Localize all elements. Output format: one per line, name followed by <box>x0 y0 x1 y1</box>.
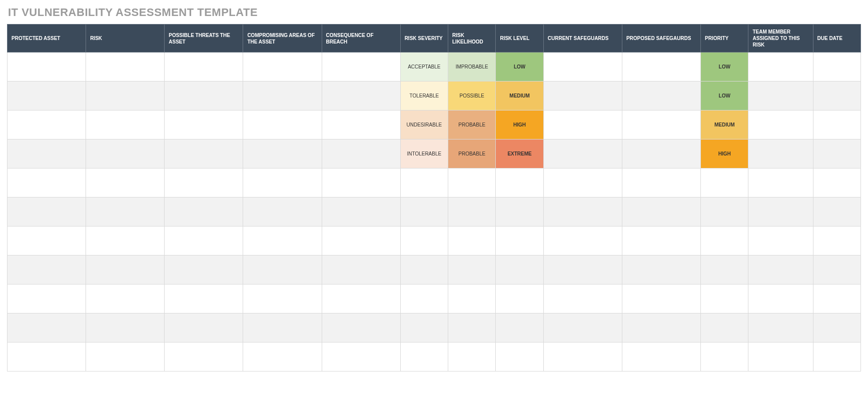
cell[interactable] <box>322 110 400 140</box>
cell[interactable] <box>496 342 543 372</box>
cell[interactable] <box>165 52 243 82</box>
cell[interactable] <box>243 226 322 256</box>
cell[interactable] <box>748 284 813 314</box>
cell[interactable] <box>813 226 861 256</box>
cell[interactable] <box>622 140 700 168</box>
cell[interactable] <box>86 198 165 226</box>
cell[interactable] <box>622 226 700 256</box>
cell[interactable] <box>400 314 448 342</box>
cell[interactable] <box>165 168 243 198</box>
cell[interactable] <box>8 52 86 82</box>
cell[interactable] <box>701 226 748 256</box>
cell[interactable] <box>86 110 165 140</box>
cell[interactable] <box>748 342 813 372</box>
risk-likelihood-cell[interactable]: PROBABLE <box>448 110 496 140</box>
cell[interactable] <box>813 140 861 168</box>
cell[interactable] <box>400 226 448 256</box>
cell[interactable] <box>543 198 622 226</box>
cell[interactable] <box>813 198 861 226</box>
cell[interactable] <box>622 284 700 314</box>
cell[interactable] <box>165 198 243 226</box>
cell[interactable] <box>86 140 165 168</box>
cell[interactable] <box>496 314 543 342</box>
cell[interactable] <box>496 198 543 226</box>
risk-level-cell[interactable]: MEDIUM <box>496 82 543 110</box>
cell[interactable] <box>400 284 448 314</box>
cell[interactable] <box>813 82 861 110</box>
cell[interactable] <box>8 82 86 110</box>
cell[interactable] <box>86 226 165 256</box>
cell[interactable] <box>243 342 322 372</box>
cell[interactable] <box>86 342 165 372</box>
cell[interactable] <box>701 314 748 342</box>
cell[interactable] <box>701 198 748 226</box>
cell[interactable] <box>748 140 813 168</box>
risk-severity-cell[interactable]: TOLERABLE <box>400 82 448 110</box>
risk-level-cell[interactable]: EXTREME <box>496 140 543 168</box>
cell[interactable] <box>322 256 400 284</box>
cell[interactable] <box>322 52 400 82</box>
cell[interactable] <box>322 168 400 198</box>
cell[interactable] <box>622 52 700 82</box>
cell[interactable] <box>322 140 400 168</box>
cell[interactable] <box>8 198 86 226</box>
cell[interactable] <box>322 342 400 372</box>
cell[interactable] <box>813 110 861 140</box>
cell[interactable] <box>400 342 448 372</box>
cell[interactable] <box>86 314 165 342</box>
cell[interactable] <box>322 82 400 110</box>
cell[interactable] <box>622 168 700 198</box>
cell[interactable] <box>322 198 400 226</box>
cell[interactable] <box>748 82 813 110</box>
cell[interactable] <box>243 198 322 226</box>
cell[interactable] <box>496 168 543 198</box>
cell[interactable] <box>8 226 86 256</box>
cell[interactable] <box>622 110 700 140</box>
priority-cell[interactable]: LOW <box>701 52 748 82</box>
cell[interactable] <box>165 314 243 342</box>
cell[interactable] <box>496 256 543 284</box>
cell[interactable] <box>543 284 622 314</box>
cell[interactable] <box>165 110 243 140</box>
cell[interactable] <box>243 256 322 284</box>
cell[interactable] <box>86 284 165 314</box>
priority-cell[interactable]: MEDIUM <box>701 110 748 140</box>
risk-likelihood-cell[interactable]: PROBABLE <box>448 140 496 168</box>
cell[interactable] <box>543 168 622 198</box>
cell[interactable] <box>243 52 322 82</box>
risk-level-cell[interactable]: HIGH <box>496 110 543 140</box>
cell[interactable] <box>8 110 86 140</box>
cell[interactable] <box>496 284 543 314</box>
cell[interactable] <box>543 52 622 82</box>
cell[interactable] <box>748 198 813 226</box>
cell[interactable] <box>243 82 322 110</box>
cell[interactable] <box>86 82 165 110</box>
cell[interactable] <box>622 198 700 226</box>
cell[interactable] <box>622 82 700 110</box>
cell[interactable] <box>243 314 322 342</box>
cell[interactable] <box>8 342 86 372</box>
cell[interactable] <box>543 110 622 140</box>
cell[interactable] <box>165 140 243 168</box>
cell[interactable] <box>813 342 861 372</box>
cell[interactable] <box>448 342 496 372</box>
cell[interactable] <box>8 314 86 342</box>
cell[interactable] <box>701 342 748 372</box>
cell[interactable] <box>8 168 86 198</box>
cell[interactable] <box>448 314 496 342</box>
cell[interactable] <box>322 226 400 256</box>
cell[interactable] <box>813 284 861 314</box>
cell[interactable] <box>622 256 700 284</box>
cell[interactable] <box>748 226 813 256</box>
cell[interactable] <box>165 256 243 284</box>
cell[interactable] <box>701 284 748 314</box>
cell[interactable] <box>813 168 861 198</box>
cell[interactable] <box>496 226 543 256</box>
cell[interactable] <box>243 168 322 198</box>
cell[interactable] <box>86 52 165 82</box>
cell[interactable] <box>400 256 448 284</box>
cell[interactable] <box>243 284 322 314</box>
cell[interactable] <box>165 342 243 372</box>
cell[interactable] <box>448 168 496 198</box>
cell[interactable] <box>322 284 400 314</box>
